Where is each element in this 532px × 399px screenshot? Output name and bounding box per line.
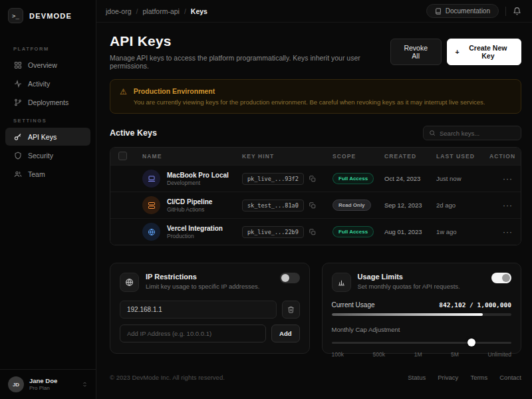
grid-icon (13, 61, 22, 69)
footer-link-terms[interactable]: Terms (470, 374, 487, 381)
warning-title: Production Environment (134, 87, 485, 95)
page-header: API Keys Manage API keys to access the p… (110, 33, 521, 70)
active-keys-header: Active Keys (110, 126, 521, 140)
brand-name: DEVMODE (29, 12, 72, 20)
sidebar-item-overview[interactable]: Overview (5, 56, 90, 74)
revoke-all-button[interactable]: Revoke All (390, 39, 442, 65)
trash-icon (287, 306, 295, 313)
row-actions-menu[interactable]: ··· (489, 174, 513, 184)
current-usage-row: Current Usage 842,102 / 1,000,000 (332, 301, 512, 309)
search-input[interactable] (440, 130, 515, 137)
user-name: Jane Doe (29, 377, 76, 385)
nav-section-platform: PLATFORM (0, 46, 96, 52)
row-actions-menu[interactable]: ··· (489, 201, 513, 210)
documentation-button[interactable]: Documentation (426, 4, 499, 18)
footer-link-contact[interactable]: Contact (499, 374, 521, 381)
warning-message: You are currently viewing keys for the p… (134, 98, 485, 106)
key-environment: GitHub Actions (167, 206, 212, 213)
sidebar: >_ DEVMODE PLATFORM Overview Activity (0, 0, 96, 399)
column-created: CREATED (384, 153, 436, 160)
sidebar-item-team[interactable]: Team (5, 165, 90, 183)
footer-link-status[interactable]: Status (408, 374, 426, 381)
add-ip-input[interactable] (120, 325, 266, 342)
git-branch-icon (13, 98, 22, 106)
copy-icon[interactable] (309, 176, 316, 182)
scope-badge: Read Only (332, 200, 371, 211)
topbar-divider (505, 7, 506, 16)
documentation-label: Documentation (446, 7, 490, 15)
server-icon (142, 196, 160, 214)
usage-card-titles: Usage Limits Set monthly quotas for API … (358, 273, 460, 290)
sidebar-item-api-keys[interactable]: API Keys (5, 128, 90, 146)
ip-card-subtitle: Limit key usage to specific IP addresses… (146, 283, 259, 290)
scale-label: 1M (414, 351, 422, 358)
toggle-knob (502, 274, 510, 282)
key-environment: Production (167, 233, 223, 239)
create-new-key-button[interactable]: + Create New Key (447, 39, 521, 65)
add-ip-button[interactable]: Add (271, 325, 299, 342)
nav-section-settings: SETTINGS (0, 118, 96, 124)
copy-icon[interactable] (309, 202, 316, 209)
sidebar-item-label: Deployments (28, 98, 68, 106)
key-hint-value: pk_live_...22b9 (242, 226, 304, 238)
activity-pulse-icon (13, 79, 22, 88)
laptop-icon (142, 170, 160, 188)
table-header-row: NAME KEY HINT SCOPE CREATED LAST USED AC… (110, 148, 521, 165)
page-subtitle: Manage API keys to access the platform p… (110, 54, 390, 70)
sidebar-item-security[interactable]: Security (5, 146, 90, 164)
search-icon (429, 130, 436, 136)
api-keys-table: NAME KEY HINT SCOPE CREATED LAST USED AC… (110, 147, 521, 245)
scale-label: Unlimited (488, 351, 511, 358)
last-used: 1w ago (436, 228, 489, 235)
ip-card-titles: IP Restrictions Limit key usage to speci… (146, 273, 259, 290)
breadcrumb-separator: / (184, 7, 186, 15)
page-content: API Keys Manage API keys to access the p… (96, 23, 532, 399)
bar-chart-icon (332, 273, 351, 292)
sidebar-item-deployments[interactable]: Deployments (5, 93, 90, 111)
scale-label: 500k (373, 351, 385, 358)
sidebar-item-activity[interactable]: Activity (5, 74, 90, 92)
breadcrumb-project[interactable]: platform-api (142, 7, 179, 15)
created-date: Oct 24, 2023 (384, 175, 436, 182)
key-hint-value: pk_live_...93f2 (242, 173, 304, 185)
slider-handle[interactable] (467, 338, 475, 346)
slider-scale: 100k 500k 1M 5M Unlimited (332, 351, 512, 358)
footer-link-privacy[interactable]: Privacy (438, 374, 458, 381)
cap-slider (332, 338, 512, 346)
usage-card-subtitle: Set monthly quotas for API requests. (358, 283, 460, 290)
sidebar-item-label: Activity (28, 80, 50, 88)
brand: >_ DEVMODE (0, 0, 96, 30)
scope-badge: Full Access (332, 226, 374, 237)
key-name: Vercel Integration (167, 224, 223, 233)
delete-ip-button[interactable] (282, 301, 300, 319)
copy-icon[interactable] (309, 229, 316, 235)
breadcrumb-separator: / (136, 7, 138, 15)
current-usage-value: 842,102 / 1,000,000 (439, 301, 511, 309)
key-name-cell: CI/CD Pipeline GitHub Actions (142, 196, 242, 214)
created-date: Sep 12, 2023 (384, 201, 436, 209)
copyright-text: © 2023 DevMode Inc. All rights reserved. (110, 374, 225, 381)
user-account[interactable]: JD Jane Doe Pro Plan (0, 369, 96, 399)
monthly-cap-label: Monthly Cap Adjustment (332, 326, 512, 333)
avatar: JD (8, 376, 24, 392)
ip-restrictions-card: IP Restrictions Limit key usage to speci… (110, 263, 310, 354)
column-key-hint: KEY HINT (242, 153, 332, 160)
sidebar-item-label: Team (28, 170, 45, 178)
breadcrumb-org[interactable]: jdoe-org (106, 7, 132, 15)
key-hint-cell: pk_live_...93f2 (242, 173, 332, 185)
globe-icon (142, 223, 160, 241)
column-scope: SCOPE (332, 153, 384, 160)
bell-icon[interactable] (513, 7, 521, 15)
breadcrumb-current: Keys (191, 7, 207, 15)
sidebar-item-label: API Keys (28, 133, 57, 141)
usage-limits-toggle[interactable] (491, 273, 511, 283)
last-used: 2d ago (436, 201, 489, 209)
scope-badge: Full Access (332, 173, 374, 184)
ip-restrictions-toggle[interactable] (280, 273, 300, 283)
key-name: CI/CD Pipeline (167, 198, 212, 206)
plus-icon: + (456, 48, 460, 56)
slider-track[interactable] (332, 342, 512, 344)
select-all-checkbox[interactable] (118, 152, 127, 160)
column-name: NAME (142, 153, 242, 160)
row-actions-menu[interactable]: ··· (489, 227, 513, 237)
